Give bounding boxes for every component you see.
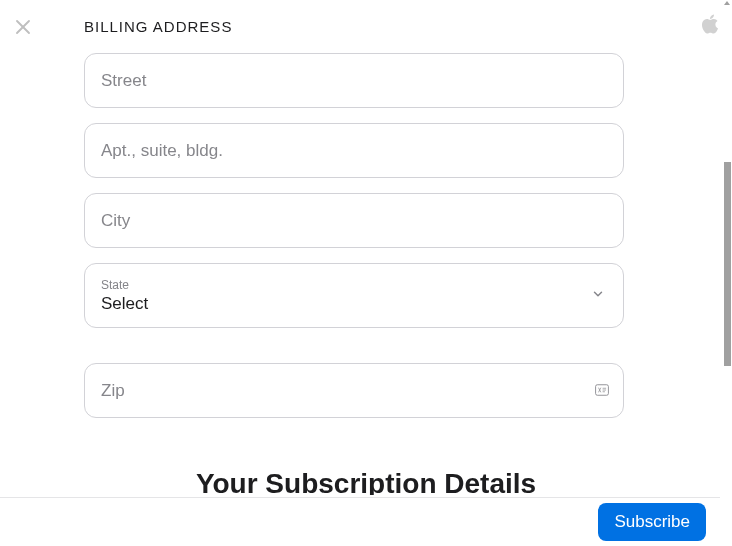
- autofill-icon: [595, 382, 609, 400]
- billing-form: State Select: [84, 53, 624, 418]
- scrollbar-arrow-up-icon: [724, 1, 730, 5]
- city-input[interactable]: [101, 211, 607, 231]
- street-field-container: [84, 53, 624, 108]
- chevron-down-icon: [591, 287, 605, 305]
- close-button[interactable]: [14, 18, 34, 38]
- subscribe-button[interactable]: Subscribe: [598, 503, 706, 541]
- footer-bar: Subscribe: [0, 497, 720, 546]
- state-value: Select: [101, 294, 607, 314]
- main-content: BILLING ADDRESS State Select: [0, 0, 732, 495]
- scrollbar-track[interactable]: [722, 0, 732, 546]
- scrollbar-thumb[interactable]: [724, 162, 731, 366]
- apt-field-container: [84, 123, 624, 178]
- subscription-heading: Your Subscription Details: [0, 468, 732, 495]
- close-icon: [14, 22, 32, 39]
- zip-field-container: [84, 363, 624, 418]
- city-field-container: [84, 193, 624, 248]
- state-select[interactable]: State Select: [84, 263, 624, 328]
- apt-input[interactable]: [101, 141, 607, 161]
- svg-rect-2: [596, 384, 609, 395]
- state-label: State: [101, 278, 607, 292]
- section-title: BILLING ADDRESS: [84, 18, 732, 35]
- zip-input[interactable]: [101, 381, 607, 401]
- apple-logo-icon: [700, 14, 720, 38]
- street-input[interactable]: [101, 71, 607, 91]
